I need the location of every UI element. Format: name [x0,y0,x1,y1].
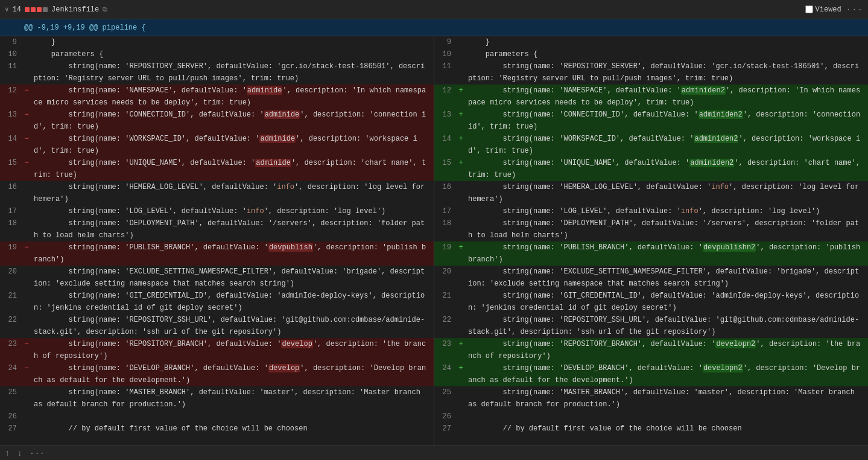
table-row: 22 string(name: 'REPOSITORY_SSH_URL', de… [434,314,868,338]
line-sign: − [22,133,31,157]
line-num: 18 [0,217,22,241]
table-row: 15 + string(name: 'UNIQUE_NAME', default… [434,157,868,181]
viewed-checkbox[interactable]: Viewed [805,5,841,14]
table-row: 15 − string(name: 'UNIQUE_NAME', default… [0,157,434,181]
line-sign [456,205,466,217]
line-content: string(name: 'NAMESPACE', defaultValue: … [466,85,868,109]
table-row: 11 string(name: 'REPOSITORY_SERVER', def… [0,60,434,85]
line-sign [22,181,31,205]
table-row: 20 string(name: 'EXCLUDE_SETTING_NAMESPA… [434,266,868,290]
viewed-input[interactable] [805,5,813,13]
table-row: 19 + string(name: 'PUBLISH_BRANCH', defa… [434,241,868,266]
table-row: 26 [434,410,868,423]
line-num: 17 [0,205,22,217]
line-content: string(name: 'HEMERA_LOG_LEVEL', default… [466,181,868,205]
line-sign [22,410,31,423]
line-sign [22,60,31,85]
line-sign [22,314,31,338]
line-sign [456,60,466,85]
navigate-down-icon[interactable]: ↓ [17,449,22,458]
table-row: 18 string(name: 'DEPLOYMENT_PATH', defau… [0,217,434,241]
line-content: string(name: 'REPOSITORY_SERVER', defaul… [466,60,868,85]
line-content: // by default first value of the choice … [466,423,868,435]
line-content: string(name: 'GIT_CREDENTIAL_ID', defaul… [31,290,434,314]
line-sign [456,217,466,241]
line-num: 25 [0,386,22,410]
line-sign [22,205,31,217]
line-sign [456,410,466,423]
line-content: string(name: 'GIT_CREDENTIAL_ID', defaul… [466,290,868,314]
line-content: parameters { [466,48,868,60]
table-row: 18 string(name: 'DEPLOYMENT_PATH', defau… [434,217,868,241]
line-num: 21 [434,290,456,314]
table-row: 25 string(name: 'MASTER_BRANCH', default… [434,386,868,410]
line-num: 24 [434,362,456,386]
line-sign: + [456,241,466,266]
line-sign [22,217,31,241]
line-num: 27 [0,423,22,435]
line-content [466,410,868,423]
line-content: string(name: 'LOG_LEVEL', defaultValue: … [31,205,434,217]
bottom-more-icon[interactable]: ··· [30,449,45,458]
line-content: string(name: 'DEVELOP_BRANCH', defaultVa… [31,362,434,386]
table-row: 23 + string(name: 'REPOSITORY_BRANCH', d… [434,338,868,362]
line-content: string(name: 'MASTER_BRANCH', defaultVal… [31,386,434,410]
line-num: 19 [434,241,456,266]
line-sign [456,290,466,314]
table-row: 24 + string(name: 'DEVELOP_BRANCH', defa… [434,362,868,386]
line-sign: + [456,133,466,157]
line-sign [456,423,466,435]
line-content: string(name: 'EXCLUDE_SETTING_NAMESPACE_… [466,266,868,290]
line-sign [456,314,466,338]
diff-dot-red2 [31,7,36,12]
line-content: string(name: 'REPOSITORY_BRANCH', defaul… [466,338,868,362]
line-sign [456,48,466,60]
diff-side-left: 9 } 10 parameters { 11 string(name: 'REP… [0,36,434,446]
line-content: string(name: 'NAMESPACE', defaultValue: … [31,85,434,109]
copy-icon[interactable]: ⧉ [103,6,107,13]
line-num: 13 [434,109,456,133]
line-num: 20 [0,266,22,290]
line-content: string(name: 'HEMERA_LOG_LEVEL', default… [31,181,434,205]
line-sign: + [456,109,466,133]
line-content: string(name: 'WORKSPACE_ID', defaultValu… [466,133,868,157]
table-row: 14 − string(name: 'WORKSPACE_ID', defaul… [0,133,434,157]
top-bar-left: ∨ 14 Jenkinsfile ⧉ [5,5,800,14]
line-sign [22,36,31,48]
line-content: string(name: 'REPOSITORY_BRANCH', defaul… [31,338,434,362]
line-sign [22,48,31,60]
line-num: 26 [434,410,456,423]
table-row: 20 string(name: 'EXCLUDE_SETTING_NAMESPA… [0,266,434,290]
navigate-up-icon[interactable]: ↑ [5,449,10,458]
top-bar: ∨ 14 Jenkinsfile ⧉ Viewed ··· [0,0,868,19]
table-row: 27 // by default first value of the choi… [0,423,434,435]
table-row: 16 string(name: 'HEMERA_LOG_LEVEL', defa… [0,181,434,205]
table-row: 12 − string(name: 'NAMESPACE', defaultVa… [0,85,434,109]
table-row: 13 + string(name: 'CONNECTION_ID', defau… [434,109,868,133]
line-num: 26 [0,410,22,423]
line-content [31,410,434,423]
table-row: 10 parameters { [0,48,434,60]
line-sign [456,266,466,290]
line-sign: − [22,362,31,386]
line-num: 12 [434,85,456,109]
line-num: 11 [0,60,22,85]
line-content: } [31,36,434,48]
line-sign [22,386,31,410]
more-options-icon[interactable]: ··· [846,5,863,14]
table-row: 16 string(name: 'HEMERA_LOG_LEVEL', defa… [434,181,868,205]
table-row: 13 − string(name: 'CONNECTION_ID', defau… [0,109,434,133]
line-content: string(name: 'REPOSITORY_SERVER', defaul… [31,60,434,85]
line-num: 18 [434,217,456,241]
line-num: 21 [0,290,22,314]
line-num: 25 [434,386,456,410]
line-num: 15 [434,157,456,181]
diff-bottom-bar: ↑ ↓ ··· [0,446,868,460]
line-num: 12 [0,85,22,109]
chevron-down-icon[interactable]: ∨ [5,5,9,13]
viewed-label: Viewed [816,5,841,14]
line-content: string(name: 'PUBLISH_BRANCH', defaultVa… [31,241,434,266]
diff-container[interactable]: 9 } 10 parameters { 11 string(name: 'REP… [0,36,868,446]
line-content: string(name: 'DEVELOP_BRANCH', defaultVa… [466,362,868,386]
line-sign [22,423,31,435]
